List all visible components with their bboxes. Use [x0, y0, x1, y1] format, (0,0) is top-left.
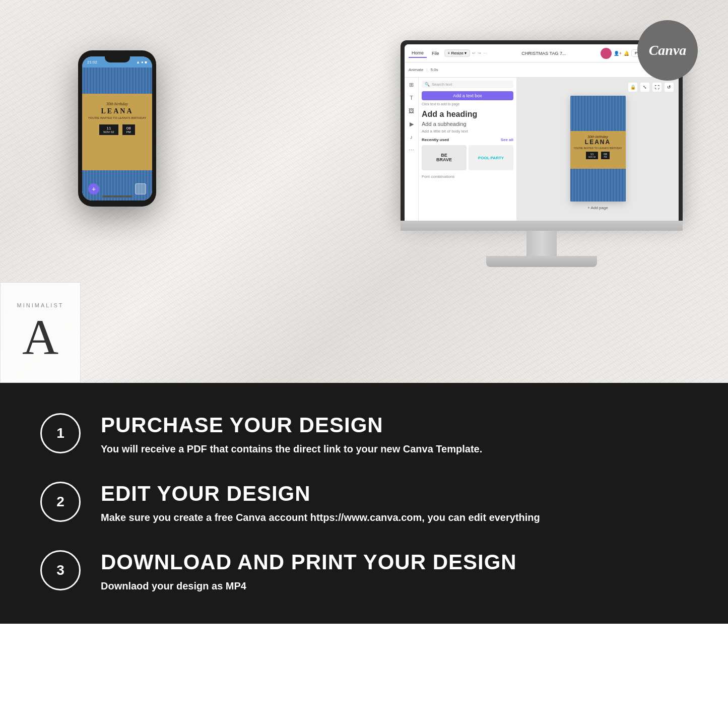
fullscreen-icon[interactable]: ⛶ [652, 83, 661, 92]
monitor-stand-base [486, 256, 597, 267]
template-brave[interactable]: BE BRAVE [422, 145, 467, 170]
instruction-text-3: DOWNLOAD AND PRINT YOUR DESIGN Downlaod … [101, 550, 688, 593]
canvas-controls: 🔒 ⤡ ⛶ ↺ [628, 83, 674, 92]
panel-icon-6[interactable]: ⋯ [407, 145, 417, 155]
see-all-link[interactable]: See all [501, 138, 513, 142]
monitor-screen: Home File + Resize ▾ ↩ ↪ ⋯ CHRISTMAS TAG… [405, 44, 679, 221]
template-pool[interactable]: POOL PARTY [469, 145, 513, 170]
canva-main: ⊞ T 🖼 ▶ ♪ ⋯ 🔍 Search text [405, 78, 679, 221]
instruction-desc-1: You will receive a PDF that contains the… [101, 441, 688, 456]
card-dates: 11 NOV 02 08 PM [573, 152, 623, 159]
phone-denim-top [82, 68, 152, 98]
text-search[interactable]: 🔍 Search text [422, 81, 513, 88]
phone-day: 11 NOV 02 [99, 124, 118, 135]
card-content: 30th birthday LEANA YOU'RE INVITED TO LE… [570, 131, 626, 165]
click-hint: Click text to add to page [422, 102, 513, 106]
font-combinations-link[interactable]: Font combinations [422, 174, 513, 179]
monitor-screen-wrapper: Home File + Resize ▾ ↩ ↪ ⋯ CHRISTMAS TAG… [401, 40, 683, 221]
phone-screen: 21:02 ▲ ● ■ 30th birthday LEANA YOU'RE I… [82, 56, 152, 201]
instruction-step-3: 3 DOWNLOAD AND PRINT YOUR DESIGN Downlao… [40, 550, 688, 593]
search-icon: 🔍 [425, 82, 430, 87]
nav-redo[interactable]: ↪ [478, 51, 481, 55]
instruction-title-3: DOWNLOAD AND PRINT YOUR DESIGN [101, 550, 688, 574]
phone-add-button[interactable]: + [88, 183, 99, 194]
duration-display[interactable]: 5.0s [430, 68, 438, 72]
share-icon[interactable]: 👤+ [614, 51, 622, 56]
add-subheading-option[interactable]: Add a subheading [422, 121, 513, 127]
canva-ui: Home File + Resize ▾ ↩ ↪ ⋯ CHRISTMAS TAG… [405, 44, 679, 221]
instruction-title-1: PURCHASE YOUR DESIGN [101, 413, 688, 437]
monitor-stand-neck [526, 231, 557, 256]
card-name: LEANA [573, 139, 623, 146]
phone-icons: ▲ ● ■ [136, 60, 147, 64]
card-birthday-text: 30th birthday [573, 135, 623, 139]
phone-content: 30th birthday LEANA YOU'RE INVITED TO LE… [82, 68, 152, 201]
phone-dates: 11 NOV 02 08 PM [99, 124, 135, 135]
minimalist-letter: A [22, 312, 58, 363]
phone-home-indicator [102, 195, 133, 197]
add-text-box-button[interactable]: Add a text box [422, 91, 513, 100]
nav-home[interactable]: Home [409, 49, 427, 58]
add-heading-option[interactable]: Add a heading [422, 110, 513, 119]
add-body-option[interactable]: Add a little bit of body text [422, 129, 513, 134]
panel-icon-5[interactable]: ♪ [407, 132, 417, 142]
canva-text-panel: 🔍 Search text Add a text box Click text … [419, 78, 517, 221]
bottom-section: 1 PURCHASE YOUR DESIGN You will receive … [0, 383, 728, 624]
phone-notch [105, 54, 130, 62]
toolbar-divider: | [426, 68, 427, 72]
phone-invited: YOU'RE INVITED TO LEANA'S BIRTHDAY [88, 116, 147, 119]
recently-used-header: Recently used See all [422, 138, 513, 142]
add-page-button[interactable]: + Add page [587, 206, 608, 210]
instruction-step-2: 2 EDIT YOUR DESIGN Make sure you create … [40, 482, 688, 525]
phone-frame: 21:02 ▲ ● ■ 30th birthday LEANA YOU'RE I… [78, 50, 156, 207]
card-denim-bottom [570, 169, 626, 202]
nav-more[interactable]: ⋯ [483, 51, 487, 55]
search-placeholder: Search text [432, 82, 452, 87]
canva-logo-text: Canva [649, 42, 687, 58]
step-circle-2: 2 [40, 482, 81, 522]
refresh-icon[interactable]: ↺ [665, 83, 674, 92]
step-circle-1: 1 [40, 413, 81, 453]
instruction-text-1: PURCHASE YOUR DESIGN You will receive a … [101, 413, 688, 456]
card-day: 11 NOV 02 [586, 152, 598, 159]
panel-icon-2[interactable]: T [407, 93, 417, 103]
card-month: 08 PM [601, 152, 610, 159]
canvas-title: CHRISTMAS TAG 7... [489, 51, 599, 56]
text-templates: BE BRAVE POOL PARTY [422, 145, 513, 170]
phone-time: 21:02 [87, 60, 97, 64]
canvas-design-card: 30th birthday LEANA YOU'RE INVITED TO LE… [570, 96, 626, 202]
phone-mockup: 21:02 ▲ ● ■ 30th birthday LEANA YOU'RE I… [78, 50, 156, 207]
canva-icon-panel: ⊞ T 🖼 ▶ ♪ ⋯ [405, 78, 419, 221]
canva-toolbar: Animate | 5.0s [405, 62, 679, 78]
instruction-desc-2: Make sure you create a free Canva accoun… [101, 510, 688, 525]
panel-icon-4[interactable]: ▶ [407, 119, 417, 129]
panel-icon-3[interactable]: 🖼 [407, 106, 417, 116]
notifications-icon[interactable]: 🔔 [624, 51, 629, 56]
phone-image-button[interactable] [135, 183, 146, 194]
top-section: Canva MINIMALIST A 21:02 ▲ ● ■ [0, 0, 728, 383]
phone-month: 08 PM [122, 124, 135, 135]
monitor-mockup: Home File + Resize ▾ ↩ ↪ ⋯ CHRISTMAS TAG… [401, 40, 683, 267]
minimalist-label: MINIMALIST [17, 302, 64, 308]
nav-undo[interactable]: ↩ [472, 51, 476, 55]
minimalist-badge: MINIMALIST A [0, 282, 81, 383]
phone-name: LEANA [101, 107, 133, 115]
instruction-title-2: EDIT YOUR DESIGN [101, 482, 688, 506]
phone-bday-text: 30th birthday [106, 102, 128, 106]
canva-canvas-area: 🔒 ⤡ ⛶ ↺ 30th birthday LEANA [517, 78, 679, 221]
nav-resize[interactable]: + Resize ▾ [444, 49, 470, 57]
monitor-stand-top [401, 221, 683, 231]
user-avatar [601, 48, 612, 59]
phone-birthday-area: 30th birthday LEANA YOU'RE INVITED TO LE… [82, 98, 152, 170]
card-denim-top [570, 96, 626, 131]
instruction-step-1: 1 PURCHASE YOUR DESIGN You will receive … [40, 413, 688, 456]
instruction-desc-3: Downlaod your design as MP4 [101, 578, 688, 593]
panel-icon-1[interactable]: ⊞ [407, 80, 417, 90]
lock-icon[interactable]: 🔒 [628, 83, 637, 92]
fit-icon[interactable]: ⤡ [640, 83, 649, 92]
step-circle-3: 3 [40, 550, 81, 590]
nav-file[interactable]: File [429, 49, 442, 57]
instruction-text-2: EDIT YOUR DESIGN Make sure you create a … [101, 482, 688, 525]
animate-btn[interactable]: Animate [409, 68, 423, 72]
canva-logo: Canva [637, 20, 698, 81]
